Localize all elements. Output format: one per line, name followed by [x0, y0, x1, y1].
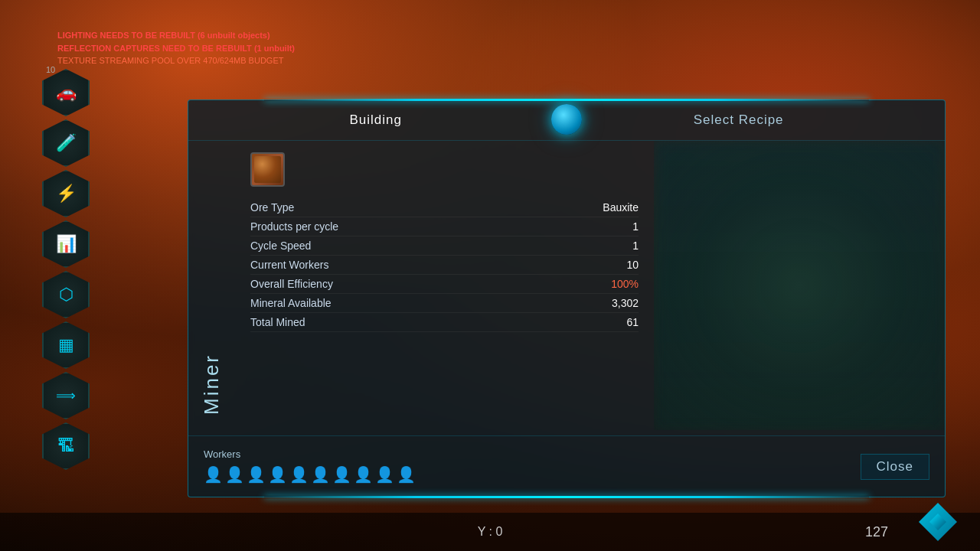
- status-number: 127: [865, 524, 888, 540]
- building-view: [654, 141, 945, 430]
- compass[interactable]: [919, 503, 961, 545]
- crane-icon: 🏗: [57, 436, 74, 456]
- grid-icon: ▦: [58, 335, 74, 355]
- worker-icon-2: 👤: [225, 464, 243, 485]
- vehicle-icon: 🚗: [56, 83, 77, 103]
- stat-row-mineral: Mineral Available 3,302: [250, 294, 639, 313]
- notification-texture: TEXTURE STREAMING POOL OVER 470/624MB BU…: [57, 54, 295, 67]
- stat-row-workers: Current Workers 10: [250, 256, 639, 275]
- coords-display: Y : 0: [478, 525, 503, 539]
- notifications-panel: LIGHTING NEEDS TO BE REBUILT (6 unbuilt …: [57, 29, 295, 67]
- tab-recipe[interactable]: Select Recipe: [678, 109, 799, 131]
- stat-label-ore-type: Ore Type: [250, 201, 294, 214]
- worker-icon-8: 👤: [354, 464, 372, 485]
- sidebar-item-power[interactable]: ⚡: [42, 170, 90, 217]
- stat-row-cycle-speed: Cycle Speed 1: [250, 236, 639, 256]
- worker-icon-7: 👤: [332, 464, 351, 485]
- building-blur: [654, 141, 945, 430]
- sidebar: 🚗 🧪 ⚡ 📊 ⬡ ▦ ⟹ 🏗: [42, 69, 90, 470]
- stat-label-products: Products per cycle: [250, 220, 338, 233]
- sidebar-item-crane[interactable]: 🏗: [42, 422, 90, 470]
- stat-label-workers: Current Workers: [250, 259, 328, 271]
- close-button[interactable]: Close: [861, 454, 929, 480]
- ore-icon: [250, 152, 285, 187]
- conveyor-icon: ⟹: [56, 387, 76, 404]
- workers-left: Workers 👤 👤 👤 👤 👤 👤 👤 👤 👤 👤: [204, 448, 415, 485]
- worker-icon-6: 👤: [311, 464, 329, 485]
- stat-value-workers: 10: [577, 259, 639, 271]
- worker-icon-10: 👤: [397, 464, 415, 485]
- sidebar-item-vehicle[interactable]: 🚗: [42, 69, 90, 116]
- building-name-label: Miner: [188, 141, 235, 430]
- sidebar-item-conveyor[interactable]: ⟹: [42, 372, 90, 419]
- dialog-panel: Building Select Recipe Miner Ore Type Ba…: [188, 99, 946, 497]
- stat-label-total-mined: Total Mined: [250, 316, 305, 328]
- stat-value-cycle-speed: 1: [577, 240, 639, 252]
- worker-icon-5: 👤: [289, 464, 308, 485]
- chart-icon: 📊: [56, 234, 77, 254]
- stat-row-ore-type: Ore Type Bauxite: [250, 198, 639, 217]
- stat-row-products: Products per cycle 1: [250, 217, 639, 236]
- sidebar-item-grid[interactable]: ▦: [42, 321, 90, 369]
- stat-value-ore-type: Bauxite: [577, 201, 639, 214]
- power-icon: ⚡: [56, 184, 77, 204]
- workers-icons: 👤 👤 👤 👤 👤 👤 👤 👤 👤 👤: [204, 464, 415, 485]
- status-bar: Y : 0 127: [0, 513, 980, 551]
- tab-building[interactable]: Building: [334, 109, 417, 131]
- building-info-panel: Ore Type Bauxite Products per cycle 1 Cy…: [235, 141, 654, 430]
- dialog-header: Building Select Recipe: [188, 100, 945, 141]
- node-icon: ⬡: [59, 285, 74, 305]
- worker-icon-4: 👤: [268, 464, 286, 485]
- worker-icon-1: 👤: [204, 464, 222, 485]
- compass-inner: [929, 514, 946, 530]
- sidebar-item-node[interactable]: ⬡: [42, 271, 90, 318]
- dialog-body: Miner Ore Type Bauxite Products per cycl…: [188, 141, 945, 430]
- stats-table: Ore Type Bauxite Products per cycle 1 Cy…: [250, 198, 639, 332]
- sidebar-item-chart[interactable]: 📊: [42, 220, 90, 268]
- header-orb: [551, 104, 582, 135]
- stat-value-efficiency: 100%: [577, 278, 639, 290]
- workers-section: Workers 👤 👤 👤 👤 👤 👤 👤 👤 👤 👤 Close: [188, 435, 945, 497]
- notification-reflection: REFLECTION CAPTURES NEED TO BE REBUILT (…: [57, 42, 295, 55]
- worker-icon-9: 👤: [375, 464, 394, 485]
- stat-label-cycle-speed: Cycle Speed: [250, 240, 311, 252]
- stat-label-efficiency: Overall Efficiency: [250, 278, 333, 290]
- sidebar-item-lab[interactable]: 🧪: [42, 119, 90, 167]
- stat-value-total-mined: 61: [577, 316, 639, 328]
- workers-label: Workers: [204, 448, 415, 460]
- worker-icon-3: 👤: [247, 464, 265, 485]
- lab-icon: 🧪: [56, 133, 77, 153]
- stat-value-products: 1: [577, 220, 639, 233]
- stat-value-mineral: 3,302: [577, 297, 639, 309]
- notification-lighting: LIGHTING NEEDS TO BE REBUILT (6 unbuilt …: [57, 29, 295, 42]
- stat-row-total-mined: Total Mined 61: [250, 313, 639, 332]
- compass-shape: [919, 503, 957, 541]
- stat-row-efficiency: Overall Efficiency 100%: [250, 275, 639, 294]
- stat-label-mineral: Mineral Available: [250, 297, 332, 309]
